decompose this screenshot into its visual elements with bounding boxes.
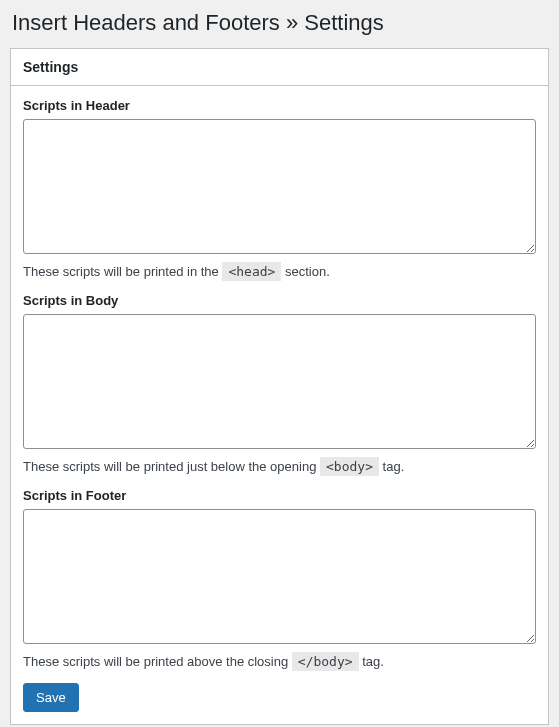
help-code-body: <body> bbox=[320, 457, 379, 476]
panel-body: Scripts in Header These scripts will be … bbox=[11, 86, 548, 724]
scripts-footer-group: Scripts in Footer These scripts will be … bbox=[23, 488, 536, 669]
scripts-header-group: Scripts in Header These scripts will be … bbox=[23, 98, 536, 279]
scripts-footer-help: These scripts will be printed above the … bbox=[23, 654, 536, 669]
scripts-header-help: These scripts will be printed in the <he… bbox=[23, 264, 536, 279]
help-text-prefix: These scripts will be printed just below… bbox=[23, 459, 320, 474]
scripts-footer-label: Scripts in Footer bbox=[23, 488, 536, 503]
scripts-header-textarea[interactable] bbox=[23, 119, 536, 254]
help-text-suffix: section. bbox=[281, 264, 329, 279]
help-code-head: <head> bbox=[222, 262, 281, 281]
scripts-body-help: These scripts will be printed just below… bbox=[23, 459, 536, 474]
scripts-header-label: Scripts in Header bbox=[23, 98, 536, 113]
settings-panel: Settings Scripts in Header These scripts… bbox=[10, 48, 549, 725]
help-text-suffix: tag. bbox=[379, 459, 404, 474]
scripts-body-label: Scripts in Body bbox=[23, 293, 536, 308]
save-button[interactable]: Save bbox=[23, 683, 79, 712]
help-text-prefix: These scripts will be printed in the bbox=[23, 264, 222, 279]
scripts-footer-textarea[interactable] bbox=[23, 509, 536, 644]
help-text-suffix: tag. bbox=[359, 654, 384, 669]
panel-header-title: Settings bbox=[23, 59, 536, 75]
scripts-body-textarea[interactable] bbox=[23, 314, 536, 449]
scripts-body-group: Scripts in Body These scripts will be pr… bbox=[23, 293, 536, 474]
page-title: Insert Headers and Footers » Settings bbox=[10, 10, 549, 36]
help-text-prefix: These scripts will be printed above the … bbox=[23, 654, 292, 669]
panel-header: Settings bbox=[11, 49, 548, 86]
help-code-body-close: </body> bbox=[292, 652, 359, 671]
